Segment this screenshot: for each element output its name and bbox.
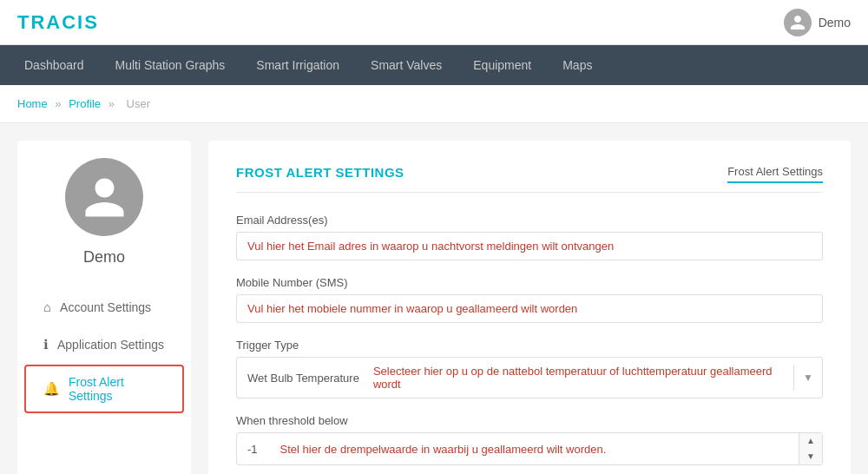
breadcrumb-sep1: » [55,97,61,110]
header: TRACIS Demo [0,0,868,45]
content-panel: FROST ALERT SETTINGS Frost Alert Setting… [208,141,851,474]
nav-maps[interactable]: Maps [547,45,608,85]
breadcrumb-home[interactable]: Home [17,97,48,110]
sidebar-item-application-settings[interactable]: ℹ Application Settings [24,326,184,363]
sidebar-item-frost-alert-settings[interactable]: 🔔 Frost Alert Settings [24,365,184,413]
email-input[interactable] [236,232,823,260]
logo: TRACIS [17,11,99,34]
user-avatar-icon [784,9,812,36]
breadcrumb-sep2: » [108,97,115,110]
threshold-value: -1 [237,436,268,463]
email-form-group: Email Address(es) [236,214,823,260]
threshold-spinner: ▲ ▼ [799,433,822,464]
profile-name: Demo [83,248,125,267]
sidebar-item-frost-alert-settings-label: Frost Alert Settings [69,375,165,403]
section-title: FROST ALERT SETTINGS [236,165,404,180]
threshold-hint: Stel hier de drempelwaarde in waarbij u … [277,436,791,463]
threshold-input-row: -1 Stel hier de drempelwaarde in waarbij… [236,432,823,465]
sidebar-menu: ⌂ Account Settings ℹ Application Setting… [17,287,191,415]
main-layout: Demo ⌂ Account Settings ℹ Application Se… [0,123,868,474]
section-tab: Frost Alert Settings [727,165,823,183]
nav-multi-station-graphs[interactable]: Multi Station Graphs [100,45,241,85]
user-info: Demo [784,9,851,36]
trigger-form-group: Trigger Type Wet Bulb Temperature Select… [236,339,823,398]
trigger-label: Trigger Type [236,339,823,352]
trigger-hint: Selecteer hier op u op de nattebol tempe… [370,358,793,398]
email-label: Email Address(es) [236,214,823,227]
threshold-label: When threshold below [236,414,823,427]
trigger-arrow-icon: ▼ [793,365,822,391]
mobile-form-group: Mobile Number (SMS) [236,276,823,323]
section-header: FROST ALERT SETTINGS Frost Alert Setting… [236,165,823,193]
mobile-label: Mobile Number (SMS) [236,276,823,289]
threshold-form-group: When threshold below -1 Stel hier de dre… [236,414,823,465]
trigger-select[interactable]: Wet Bulb Temperature Selecteer hier op u… [236,357,823,398]
info-icon: ℹ [43,337,49,352]
sidebar-item-account-settings-label: Account Settings [60,300,151,314]
main-nav: Dashboard Multi Station Graphs Smart Irr… [0,45,868,85]
trigger-value: Wet Bulb Temperature [237,365,370,392]
sidebar-item-application-settings-label: Application Settings [57,338,164,352]
nav-smart-irrigation[interactable]: Smart Irrigation [240,45,355,85]
breadcrumb-current: User [127,97,150,110]
threshold-increment-button[interactable]: ▲ [799,433,822,449]
home-icon: ⌂ [43,300,51,314]
nav-equipment[interactable]: Equipment [457,45,547,85]
user-name: Demo [819,16,851,30]
threshold-decrement-button[interactable]: ▼ [799,449,822,464]
breadcrumb: Home » Profile » User [0,85,868,123]
nav-smart-valves[interactable]: Smart Valves [355,45,457,85]
breadcrumb-profile[interactable]: Profile [69,97,101,110]
profile-avatar [65,158,143,236]
nav-dashboard[interactable]: Dashboard [9,45,100,85]
bell-icon: 🔔 [43,381,60,397]
sidebar: Demo ⌂ Account Settings ℹ Application Se… [17,141,191,474]
sidebar-item-account-settings[interactable]: ⌂ Account Settings [24,289,184,325]
mobile-input[interactable] [236,294,823,323]
